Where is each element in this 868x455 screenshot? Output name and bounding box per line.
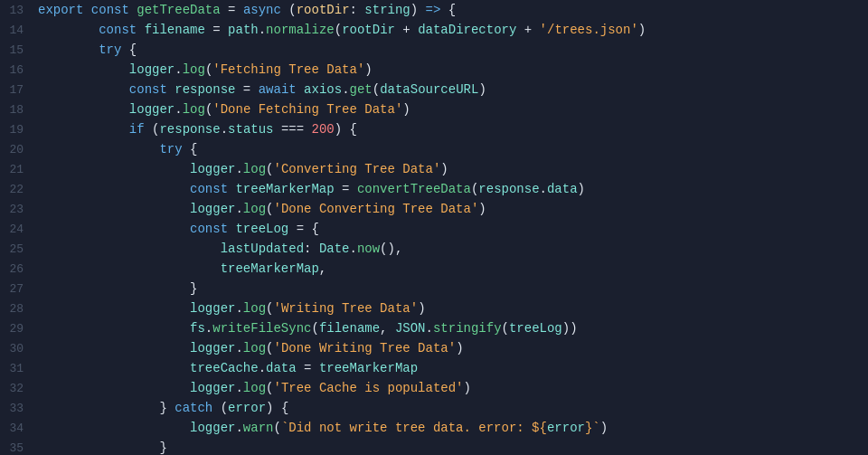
- token-var: treeLog: [235, 222, 288, 236]
- token-var: string: [364, 3, 410, 17]
- code-line: 16 logger.log('Fetching Tree Data'): [0, 60, 868, 80]
- token-str: 'Done Writing Tree Data': [273, 341, 456, 355]
- token-var: logger: [129, 62, 175, 77]
- line-content: logger.warn(`Did not write tree data. er…: [38, 418, 868, 438]
- token-plain: [38, 361, 190, 375]
- token-plain: [297, 82, 304, 97]
- line-number: 20: [0, 141, 38, 160]
- token-var: filename: [319, 321, 380, 336]
- line-content: const treeMarkerMap = convertTreeData(re…: [38, 179, 868, 199]
- token-prop: treeMarkerMap: [221, 261, 319, 276]
- code-line: 33 } catch (error) {: [0, 398, 868, 418]
- token-plain: [274, 122, 281, 137]
- token-kw: try: [99, 43, 121, 57]
- token-var: treeLog: [509, 321, 562, 336]
- token-str: 'Writing Tree Data': [273, 301, 418, 316]
- code-line: 17 const response = await axios.get(data…: [0, 80, 868, 100]
- token-kw: const: [190, 222, 228, 236]
- line-number: 15: [0, 42, 38, 61]
- code-line: 27 }: [0, 279, 868, 299]
- token-plain: [38, 122, 129, 137]
- token-plain: {: [121, 43, 137, 57]
- token-plain: +: [516, 23, 539, 37]
- token-prop: status: [228, 122, 273, 137]
- token-prop: lastUpdated: [221, 242, 304, 256]
- line-content: fs.writeFileSync(filename, JSON.stringif…: [38, 318, 868, 338]
- line-number: 26: [0, 261, 38, 280]
- line-content: logger.log('Done Fetching Tree Data'): [38, 100, 868, 119]
- token-plain: ): [456, 341, 463, 355]
- code-line: 18 logger.log('Done Fetching Tree Data'): [0, 100, 868, 119]
- line-content: logger.log('Writing Tree Data'): [38, 299, 868, 318]
- token-plain: = {: [288, 222, 319, 236]
- token-plain: ): [410, 3, 426, 17]
- line-number: 31: [0, 360, 38, 379]
- token-var: logger: [190, 421, 235, 435]
- token-plain: =: [297, 361, 319, 375]
- token-op: ===: [281, 122, 304, 137]
- code-line: 30 logger.log('Done Writing Tree Data'): [0, 338, 868, 358]
- token-plain: .: [259, 361, 266, 375]
- token-var: rootDir: [342, 23, 395, 37]
- line-number: 29: [0, 320, 38, 339]
- token-plain: .: [205, 321, 212, 336]
- token-plain: .: [349, 242, 356, 256]
- token-plain: [38, 102, 129, 117]
- line-number: 33: [0, 400, 38, 419]
- token-plain: .: [342, 82, 349, 97]
- line-content: treeCache.data = treeMarkerMap: [38, 358, 868, 378]
- code-line: 14 const filename = path.normalize(rootD…: [0, 20, 868, 40]
- code-line: 15 try {: [0, 40, 868, 60]
- line-content: if (response.status === 200) {: [38, 119, 868, 139]
- token-plain: [38, 162, 190, 176]
- token-method: warn: [243, 421, 274, 435]
- token-var: dataDirectory: [418, 23, 516, 37]
- token-plain: (: [281, 3, 297, 17]
- code-line: 22 const treeMarkerMap = convertTreeData…: [0, 179, 868, 199]
- code-line: 21 logger.log('Converting Tree Data'): [0, 159, 868, 179]
- token-template: }`: [585, 421, 600, 435]
- code-line: 32 logger.log('Tree Cache is populated'): [0, 378, 868, 398]
- line-content: treeMarkerMap,: [38, 259, 868, 279]
- line-content: const treeLog = {: [38, 219, 868, 239]
- token-plain: {: [183, 142, 198, 156]
- token-plain: )): [562, 321, 578, 336]
- token-plain: .: [235, 202, 242, 216]
- token-method: log: [243, 381, 266, 395]
- token-plain: ): [418, 301, 425, 316]
- token-arrow: =>: [426, 3, 441, 17]
- line-content: const response = await axios.get(dataSou…: [38, 80, 868, 100]
- token-var: logger: [190, 381, 235, 395]
- token-method: get: [350, 82, 373, 97]
- token-method: log: [243, 301, 266, 316]
- token-plain: [38, 222, 190, 236]
- token-plain: [38, 142, 159, 156]
- token-prop: data: [547, 182, 578, 196]
- token-fn: convertTreeData: [357, 182, 471, 196]
- token-plain: ,: [380, 321, 395, 336]
- token-plain: [38, 202, 190, 216]
- token-plain: ) {: [266, 401, 288, 415]
- line-content: logger.log('Tree Cache is populated'): [38, 378, 868, 398]
- token-plain: .: [426, 321, 433, 336]
- token-plain: (: [212, 401, 228, 415]
- token-var: logger: [190, 202, 235, 216]
- token-str: '/trees.json': [540, 23, 638, 37]
- token-plain: [38, 321, 190, 336]
- token-str: 'Converting Tree Data': [273, 162, 440, 176]
- token-plain: [38, 421, 190, 435]
- token-var: dataSourceURL: [380, 82, 478, 97]
- token-plain: [167, 82, 175, 97]
- token-kw: const: [190, 182, 228, 196]
- line-content: logger.log('Done Writing Tree Data'): [38, 338, 868, 358]
- token-var: response: [478, 182, 539, 196]
- code-line: 20 try {: [0, 139, 868, 159]
- token-plain: }: [38, 401, 175, 415]
- token-kw: await: [259, 82, 297, 97]
- token-str: 'Tree Cache is populated': [273, 381, 463, 395]
- line-number: 34: [0, 420, 38, 439]
- token-plain: :: [304, 242, 319, 256]
- token-str: 'Done Fetching Tree Data': [212, 102, 402, 117]
- token-plain: [304, 122, 311, 137]
- token-plain: ): [478, 82, 486, 97]
